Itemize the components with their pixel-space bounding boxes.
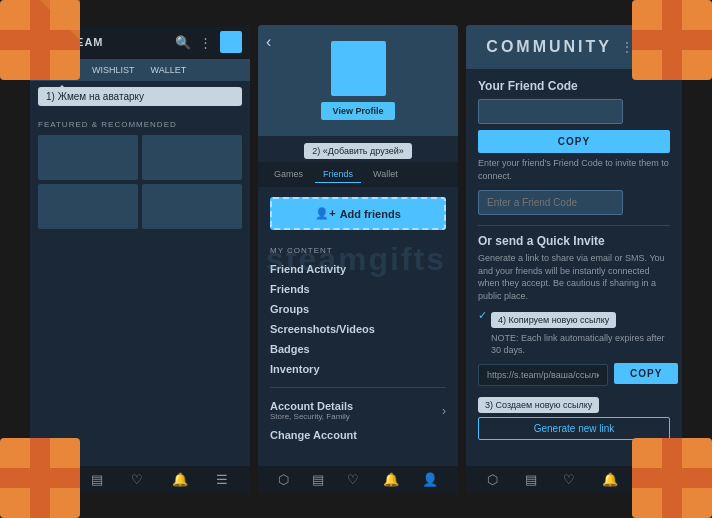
annotation-3-bubble: 3) Создаем новую ссылку [478, 397, 599, 413]
caution-text: NOTE: Each link automatically expires af… [491, 332, 670, 357]
caution-badge: ✓ 4) Копируем новую ссылку NOTE: Each li… [478, 309, 670, 357]
tab-games[interactable]: Games [266, 166, 311, 183]
comm-heart-icon[interactable]: ♡ [563, 472, 575, 487]
tab-wallet[interactable]: Wallet [365, 166, 406, 183]
header-icons: 🔍 ⋮ [175, 31, 242, 53]
content-groups[interactable]: Groups [270, 299, 446, 319]
comm-list-icon[interactable]: ▤ [525, 472, 537, 487]
featured-section: FEATURED & RECOMMENDED [30, 112, 250, 466]
featured-image-4 [142, 184, 242, 229]
account-details-item[interactable]: Account Details Store, Security, Family … [270, 396, 446, 425]
copy-friend-code-button[interactable]: COPY [478, 130, 670, 153]
community-content: Your Friend Code COPY Enter your friend'… [466, 69, 682, 466]
view-profile-button[interactable]: View Profile [321, 102, 396, 120]
content-friend-activity[interactable]: Friend Activity [270, 259, 446, 279]
friend-code-section: Your Friend Code COPY Enter your friend'… [478, 79, 670, 215]
featured-image-2 [142, 135, 242, 180]
account-sub: Store, Security, Family [270, 412, 353, 421]
nav-wallet[interactable]: WALLET [147, 63, 191, 77]
generate-section: 3) Создаем новую ссылку Generate new lin… [478, 394, 670, 440]
popup-bell-icon[interactable]: 🔔 [383, 472, 399, 487]
popup-bottom-nav: ⬡ ▤ ♡ 🔔 👤 [258, 466, 458, 493]
svg-rect-9 [0, 468, 80, 488]
tab-friends[interactable]: Friends [315, 166, 361, 183]
checkmark-icon: ✓ [478, 309, 487, 322]
annotation-4-bubble: 4) Копируем новую ссылку [491, 312, 616, 328]
quick-invite-title: Or send a Quick Invite [478, 234, 670, 248]
community-title: COMMUNITY [486, 38, 612, 56]
chevron-right-icon: › [442, 404, 446, 418]
featured-image-1 [38, 135, 138, 180]
popup-heart-icon[interactable]: ♡ [347, 472, 359, 487]
svg-rect-2 [0, 30, 80, 50]
content-screenshots[interactable]: Screenshots/Videos [270, 319, 446, 339]
my-content-label: MY CONTENT [270, 246, 446, 255]
profile-header: View Profile [258, 25, 458, 136]
content-inventory[interactable]: Inventory [270, 359, 446, 379]
svg-rect-12 [632, 468, 712, 488]
friend-code-title: Your Friend Code [478, 79, 670, 93]
header-avatar[interactable] [220, 31, 242, 53]
popup-person-icon[interactable]: 👤 [422, 472, 438, 487]
featured-images [38, 135, 242, 229]
profile-popup-panel: ‹ View Profile 2) «Добавить друзей» Game… [258, 25, 458, 493]
bottom-list-icon[interactable]: ▤ [91, 472, 103, 487]
friend-code-input[interactable] [478, 99, 623, 124]
invite-link-input[interactable] [478, 364, 608, 386]
profile-tabs: Games Friends Wallet [258, 162, 458, 187]
generate-link-button[interactable]: Generate new link [478, 417, 670, 440]
bottom-bell-icon[interactable]: 🔔 [172, 472, 188, 487]
quick-invite-desc: Generate a link to share via email or SM… [478, 252, 670, 302]
steam-client-panel: STEAM 🔍 ⋮ МЕНЮ▾ WISHLIST WALLET 1) Жмем … [30, 25, 250, 493]
comm-bell-icon[interactable]: 🔔 [602, 472, 618, 487]
profile-avatar [331, 41, 386, 96]
account-label: Account Details [270, 400, 353, 412]
bottom-heart-icon[interactable]: ♡ [131, 472, 143, 487]
add-friends-button[interactable]: 👤+ Add friends [270, 197, 446, 230]
step2-annotation: 2) «Добавить друзей» [304, 143, 412, 159]
back-arrow[interactable]: ‹ [266, 33, 271, 51]
my-content-section: MY CONTENT Friend Activity Friends Group… [258, 240, 458, 451]
nav-wishlist[interactable]: WISHLIST [88, 63, 139, 77]
more-icon[interactable]: ⋮ [199, 35, 212, 50]
quick-invite-section: Or send a Quick Invite Generate a link t… [478, 234, 670, 440]
featured-label: FEATURED & RECOMMENDED [38, 120, 242, 129]
add-friends-icon: 👤+ [315, 207, 335, 220]
friend-code-hint: Enter your friend's Friend Code to invit… [478, 157, 670, 182]
change-account-item[interactable]: Change Account [270, 425, 446, 445]
comm-home-icon[interactable]: ⬡ [487, 472, 498, 487]
link-row: COPY [478, 363, 670, 388]
featured-image-3 [38, 184, 138, 229]
step1-tooltip: 1) Жмем на аватарку [38, 87, 242, 106]
enter-friend-code-input[interactable] [478, 190, 623, 215]
popup-list-icon[interactable]: ▤ [312, 472, 324, 487]
search-icon[interactable]: 🔍 [175, 35, 191, 50]
popup-home-icon[interactable]: ⬡ [278, 472, 289, 487]
community-panel: COMMUNITY ⋮ Your Friend Code COPY Enter … [466, 25, 682, 493]
add-friends-label: Add friends [340, 208, 401, 220]
content-friends[interactable]: Friends [270, 279, 446, 299]
bottom-menu-icon[interactable]: ☰ [216, 472, 228, 487]
copy-link-button[interactable]: COPY [614, 363, 678, 384]
svg-rect-6 [632, 30, 712, 50]
content-badges[interactable]: Badges [270, 339, 446, 359]
